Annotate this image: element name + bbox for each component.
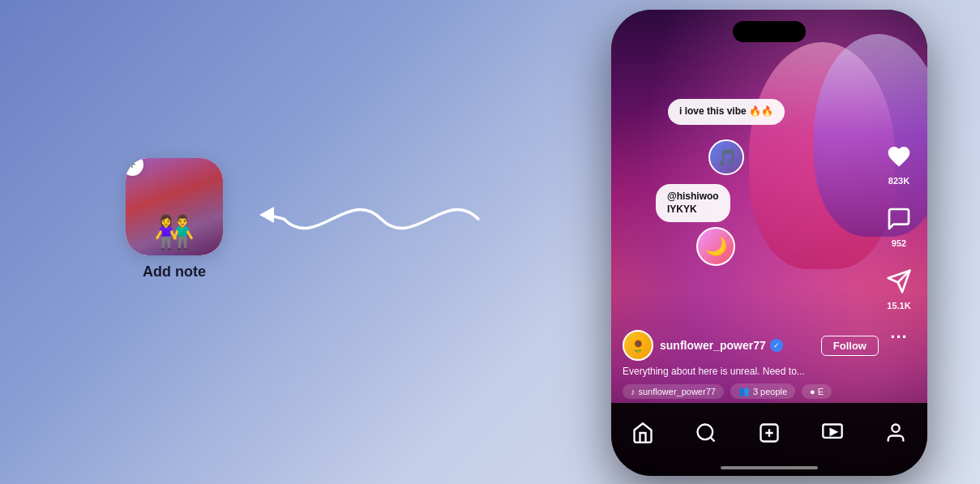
home-indicator	[721, 466, 818, 469]
caption: Everything about here is unreal. Need to…	[623, 366, 879, 377]
bottom-info: 🌻 sunflower_power77 ✓ Follow Everything …	[623, 330, 879, 399]
extra-tag: ● E	[802, 384, 832, 399]
profile-icon[interactable]	[881, 418, 910, 448]
dynamic-island	[733, 21, 806, 42]
phone-body: i love this vibe 🔥🔥 🎵 @hishiwooIYKYK 🌙 8…	[611, 10, 927, 476]
note-card-image	[126, 158, 223, 255]
comment-count: 952	[892, 238, 906, 248]
bottom-nav	[611, 403, 927, 476]
comment-action[interactable]: 952	[882, 202, 916, 248]
user-row: 🌻 sunflower_power77 ✓ Follow	[623, 330, 879, 361]
share-count: 15.1K	[887, 301, 910, 311]
note-card[interactable]: +	[126, 158, 223, 255]
comment-avatar-1: 🎵	[708, 139, 744, 175]
comment-avatar-2: 🌙	[696, 227, 735, 266]
nav-search[interactable]	[691, 418, 721, 448]
tiktok-screen: i love this vibe 🔥🔥 🎵 @hishiwooIYKYK 🌙 8…	[611, 10, 927, 476]
people-tag[interactable]: 👥 3 people	[730, 383, 795, 399]
nav-inbox[interactable]	[818, 418, 847, 448]
svg-marker-0	[259, 207, 274, 223]
username-row: sunflower_power77 ✓	[660, 339, 815, 352]
home-icon[interactable]	[628, 418, 657, 448]
search-icon[interactable]	[691, 418, 721, 448]
more-action[interactable]: ···	[890, 327, 907, 348]
nav-profile[interactable]	[881, 418, 910, 448]
comment-icon[interactable]	[882, 202, 916, 236]
verified-badge: ✓	[770, 339, 783, 352]
svg-point-10	[892, 425, 899, 432]
like-count: 823K	[888, 176, 909, 186]
comment-bubble-2: @hishiwooIYKYK	[656, 184, 730, 222]
arrow-decoration	[251, 170, 486, 268]
music-tag[interactable]: ♪ sunflower_power77	[623, 384, 724, 399]
people-icon: 👥	[738, 386, 750, 396]
add-note-widget[interactable]: + Add note	[126, 158, 223, 281]
heart-icon[interactable]	[882, 139, 916, 173]
more-icon[interactable]: ···	[890, 327, 907, 348]
username[interactable]: sunflower_power77	[660, 339, 766, 352]
meta-row: ♪ sunflower_power77 👥 3 people ● E	[623, 383, 879, 399]
action-icons: 823K 952	[882, 139, 916, 348]
svg-marker-9	[831, 429, 837, 435]
share-action[interactable]: 15.1K	[882, 264, 916, 311]
follow-button[interactable]: Follow	[821, 336, 879, 356]
phone: i love this vibe 🔥🔥 🎵 @hishiwooIYKYK 🌙 8…	[611, 10, 927, 476]
create-icon[interactable]	[755, 418, 784, 448]
comment-bubble-1: i love this vibe 🔥🔥	[668, 99, 785, 125]
svg-line-4	[710, 437, 714, 441]
music-note-icon: ♪	[631, 387, 636, 396]
add-note-label: Add note	[143, 263, 206, 281]
inbox-icon[interactable]	[818, 418, 847, 448]
svg-point-3	[698, 425, 713, 440]
nav-create[interactable]	[755, 418, 784, 448]
like-action[interactable]: 823K	[882, 139, 916, 186]
nav-home[interactable]	[628, 418, 657, 448]
share-icon[interactable]	[882, 264, 916, 298]
avatar: 🌻	[623, 330, 653, 361]
